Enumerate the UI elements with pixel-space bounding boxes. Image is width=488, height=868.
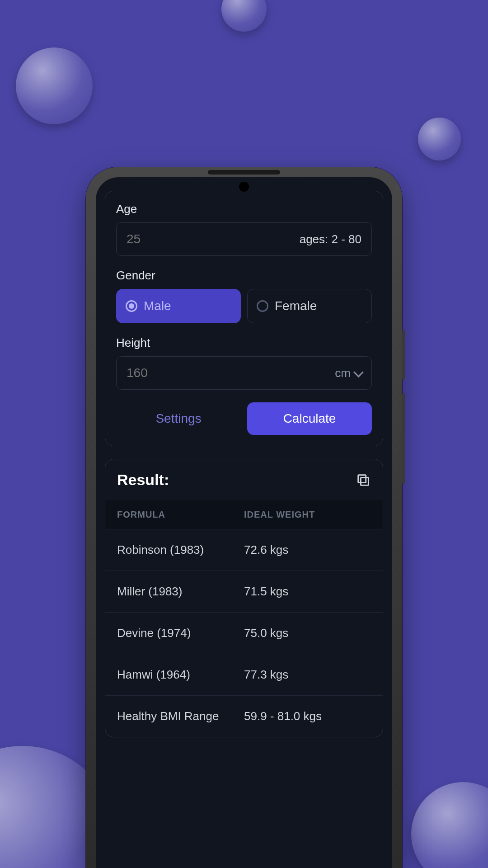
settings-button[interactable]: Settings: [116, 402, 241, 435]
radio-unselected-icon: [257, 300, 268, 312]
result-card: Result: FORMULA IDEAL WEIGHT Robinson (1…: [105, 459, 383, 737]
gender-male-button[interactable]: Male: [116, 289, 241, 323]
gender-field: Gender Male Female: [116, 269, 372, 323]
height-input-row[interactable]: cm: [116, 356, 372, 390]
decorative-bubble: [221, 0, 267, 32]
cell-weight: 75.0 kgs: [244, 626, 371, 640]
cell-formula: Healthy BMI Range: [117, 709, 244, 723]
age-field: Age ages: 2 - 80: [116, 202, 372, 256]
cell-formula: Robinson (1983): [117, 543, 244, 557]
header-formula: FORMULA: [117, 509, 244, 520]
svg-rect-0: [361, 477, 368, 485]
cell-weight: 59.9 - 81.0 kgs: [244, 709, 371, 723]
camera-notch: [239, 182, 249, 192]
decorative-bubble: [411, 782, 488, 868]
height-input[interactable]: [127, 366, 335, 380]
age-label: Age: [116, 202, 372, 216]
height-unit-label: cm: [335, 366, 351, 380]
screen: Age ages: 2 - 80 Gender Male Female: [96, 177, 392, 868]
phone-side-button: [402, 393, 405, 484]
cell-formula: Miller (1983): [117, 585, 244, 599]
height-label: Height: [116, 336, 372, 350]
decorative-bubble: [418, 118, 461, 160]
table-row: Devine (1974)75.0 kgs: [105, 612, 383, 654]
input-card: Age ages: 2 - 80 Gender Male Female: [105, 191, 383, 446]
radio-selected-icon: [126, 300, 137, 312]
cell-formula: Hamwi (1964): [117, 668, 244, 682]
calculate-button[interactable]: Calculate: [247, 402, 372, 435]
chevron-down-icon: [353, 367, 364, 377]
cell-weight: 72.6 kgs: [244, 543, 371, 557]
age-input-row[interactable]: ages: 2 - 80: [116, 222, 372, 256]
copy-icon[interactable]: [356, 472, 371, 488]
table-row: Miller (1983)71.5 kgs: [105, 571, 383, 612]
age-hint: ages: 2 - 80: [300, 232, 361, 246]
result-table-header: FORMULA IDEAL WEIGHT: [105, 500, 383, 529]
gender-label: Gender: [116, 269, 372, 283]
table-row: Hamwi (1964)77.3 kgs: [105, 654, 383, 695]
table-row: Healthy BMI Range59.9 - 81.0 kgs: [105, 695, 383, 737]
cell-weight: 71.5 kgs: [244, 585, 371, 599]
gender-female-button[interactable]: Female: [247, 289, 372, 323]
phone-side-button: [402, 330, 405, 380]
header-weight: IDEAL WEIGHT: [244, 509, 371, 520]
table-row: Robinson (1983)72.6 kgs: [105, 529, 383, 571]
height-field: Height cm: [116, 336, 372, 390]
phone-frame: Age ages: 2 - 80 Gender Male Female: [86, 167, 402, 868]
cell-formula: Devine (1974): [117, 626, 244, 640]
gender-female-label: Female: [275, 299, 317, 313]
gender-male-label: Male: [144, 299, 171, 313]
age-input[interactable]: [127, 232, 300, 246]
svg-rect-1: [358, 475, 366, 482]
cell-weight: 77.3 kgs: [244, 668, 371, 682]
result-title: Result:: [117, 471, 169, 489]
decorative-bubble: [16, 47, 93, 124]
height-unit-select[interactable]: cm: [335, 366, 361, 380]
